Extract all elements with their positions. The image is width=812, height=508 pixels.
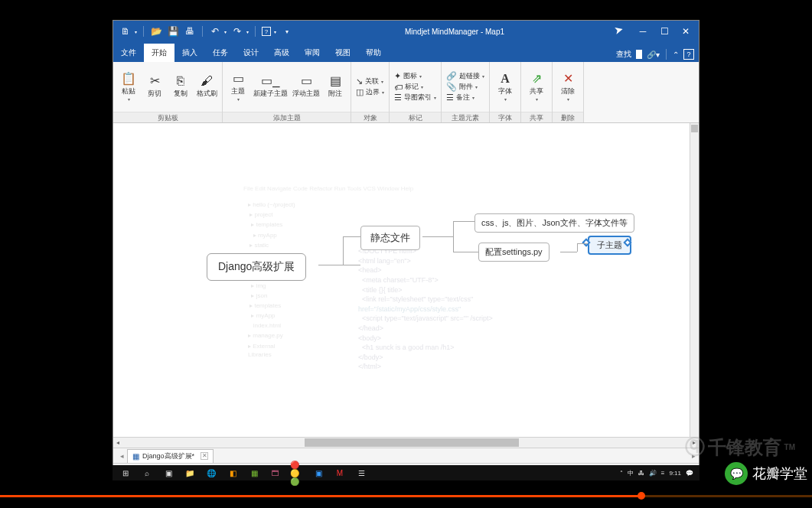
connector (453, 221, 474, 222)
tray-net-icon[interactable]: 🖧 (638, 470, 644, 477)
tray-vol-icon[interactable]: 🔊 (649, 470, 657, 477)
chat-avatar-icon: 💬 (725, 462, 748, 485)
node-static-files[interactable]: 静态文件 (360, 226, 420, 250)
help-qat-icon[interactable]: ? (262, 27, 271, 36)
formatpainter-button[interactable]: 🖌格式刷 (196, 75, 217, 99)
chat-name: 花瓣学堂 (752, 464, 807, 483)
node-settings[interactable]: 配置settings.py (478, 243, 549, 262)
menu-task[interactable]: 任务 (205, 44, 236, 62)
save-icon[interactable]: 💾 (167, 25, 179, 37)
attachment-button[interactable]: 📎附件▾ (446, 82, 484, 92)
remark-button[interactable]: ☰备注▾ (446, 93, 484, 103)
chat-overlay: 💬 花瓣学堂 (725, 462, 807, 485)
vertical-scrollbar[interactable] (690, 123, 699, 437)
hyperlink-button[interactable]: 🔗超链接▾ (446, 71, 484, 81)
link-icon[interactable]: 🔗▾ (647, 50, 660, 59)
relation-button[interactable]: ↘关联▾ (356, 77, 384, 86)
window-title: Mindjet MindManager - Map1 (299, 28, 610, 36)
app-icon[interactable]: ▦ (247, 467, 261, 478)
app-icon[interactable]: 🌐 (204, 467, 218, 478)
collapse-ribbon-icon[interactable]: ⌃ (673, 50, 679, 59)
document-tab[interactable]: ▦ Django高级扩展* ✕ (127, 449, 214, 463)
menu-review[interactable]: 审阅 (297, 44, 328, 62)
group-element: 主题元素 (442, 112, 489, 122)
quick-access-toolbar: 🗎▾ 📂 💾 🖶 ↶▾ ↷▾ ?▾ ▾ (113, 25, 299, 37)
customize-qat-icon[interactable]: ▾ (281, 25, 293, 37)
group-topic: 添加主题 (223, 112, 351, 122)
app-icon[interactable]: ◧ (226, 467, 240, 478)
icon-button[interactable]: ✦图标▾ (394, 71, 436, 81)
horizontal-scrollbar[interactable]: ◂ ▸ (113, 437, 699, 448)
close-button[interactable]: ✕ (680, 26, 691, 37)
app-icon[interactable]: 🗔 (269, 467, 282, 478)
tab-close-icon[interactable]: ✕ (201, 452, 208, 460)
topic-button[interactable]: ▭主题▾ (227, 73, 249, 102)
scroll-left-icon[interactable]: ◂ (113, 438, 122, 448)
progress-thumb[interactable] (638, 492, 645, 500)
tab-next-icon[interactable]: ▸ (688, 452, 699, 460)
menu-help[interactable]: 帮助 (358, 44, 389, 62)
tray-notif-icon[interactable]: 💬 (686, 470, 693, 477)
video-progress[interactable] (0, 495, 812, 497)
undo-icon[interactable]: ↶ (209, 25, 221, 37)
floattopic-button[interactable]: ▭浮动主题 (292, 75, 320, 99)
menu-start[interactable]: 开始 (144, 44, 174, 62)
open-icon[interactable]: 📂 (150, 25, 162, 37)
start-icon[interactable]: ⊞ (119, 467, 132, 478)
font-button[interactable]: A字体▾ (494, 73, 516, 102)
menu-view[interactable]: 视图 (328, 44, 358, 62)
connector (577, 243, 588, 244)
chrome-icon[interactable]: 🔴🟡🟢 (290, 467, 304, 478)
document-tabbar: ◂ ▦ Django高级扩展* ✕ ▸ (113, 448, 699, 463)
node-subtopic[interactable]: 子主题 (588, 236, 631, 255)
app-icon[interactable]: ☰ (354, 467, 368, 478)
copy-button[interactable]: ⎘复制 (170, 75, 191, 99)
tag-button[interactable]: 🏷标记▾ (394, 82, 436, 92)
group-clipboard: 剪贴板 (113, 112, 222, 122)
menu-advanced[interactable]: 高级 (266, 44, 297, 62)
tray-lang-icon[interactable]: 中 (628, 469, 634, 477)
watermark: ⓠ千锋教育TM (685, 434, 795, 461)
windows-taskbar: ⊞ ⌕ ▣ 📁 🌐 ◧ ▦ 🗔 🔴🟡🟢 ▣ M ☰ ˄ 中 🖧 🔊 ≡ 9:11… (113, 465, 699, 480)
menu-design[interactable]: 设计 (236, 44, 266, 62)
ribbon: 📋粘贴▾ ✂剪切 ⎘复制 🖌格式刷 剪贴板 ▭主题▾ ▭⎯新建子主题 ▭浮动主题… (113, 62, 699, 123)
attach-button[interactable]: ▤附注 (324, 75, 346, 99)
search-icon[interactable]: ⌕ (140, 467, 154, 478)
mindmap-canvas[interactable]: File Edit Navigate Code Refactor Run Too… (113, 123, 699, 437)
group-tag: 标记 (390, 112, 441, 122)
connector (560, 252, 577, 252)
new-file-icon[interactable]: 🗎 (119, 25, 132, 37)
mapindex-button[interactable]: ☰导图索引▾ (394, 93, 436, 103)
group-delete: 删除 (553, 112, 583, 122)
maximize-button[interactable]: ☐ (659, 26, 670, 37)
boundary-button[interactable]: ◫边界▾ (356, 87, 384, 97)
menu-insert[interactable]: 插入 (174, 44, 205, 62)
help-icon[interactable]: ? (683, 49, 694, 60)
menu-file[interactable]: 文件 (113, 44, 144, 62)
app-icon[interactable]: ▣ (311, 467, 325, 478)
paste-button[interactable]: 📋粘贴▾ (118, 73, 139, 102)
group-font: 字体 (490, 112, 520, 122)
clock[interactable]: 9:11 (669, 470, 681, 477)
tray-up-icon[interactable]: ˄ (620, 470, 623, 477)
subtopic-button[interactable]: ▭⎯新建子主题 (253, 75, 288, 99)
redo-icon[interactable]: ↷ (231, 25, 243, 37)
app-icon[interactable]: 📁 (183, 467, 197, 478)
tray-more-icon[interactable]: ≡ (661, 470, 665, 477)
cut-button[interactable]: ✂剪切 (144, 75, 165, 99)
minimize-button[interactable]: ─ (638, 26, 648, 37)
group-object: 对象 (351, 112, 389, 122)
clear-button[interactable]: ✕清除▾ (557, 73, 579, 102)
share-button[interactable]: ⇗共享▾ (526, 73, 547, 102)
scroll-right-icon[interactable]: ▸ (690, 438, 699, 448)
menubar: 文件 开始 插入 任务 设计 高级 审阅 视图 帮助 查找 🔗▾ ⌃ ? (113, 42, 699, 62)
print-icon[interactable]: 🖶 (184, 25, 196, 37)
connector (577, 243, 578, 252)
taskview-icon[interactable]: ▣ (161, 467, 175, 478)
find-label[interactable]: 查找 (616, 49, 631, 60)
connector (422, 236, 453, 237)
node-static-list[interactable]: css、js、图片、Json文件、字体文件等 (474, 213, 634, 233)
node-root[interactable]: Django高级扩展 (207, 253, 306, 281)
tab-prev-icon[interactable]: ◂ (116, 452, 127, 460)
app-icon[interactable]: M (333, 467, 347, 478)
